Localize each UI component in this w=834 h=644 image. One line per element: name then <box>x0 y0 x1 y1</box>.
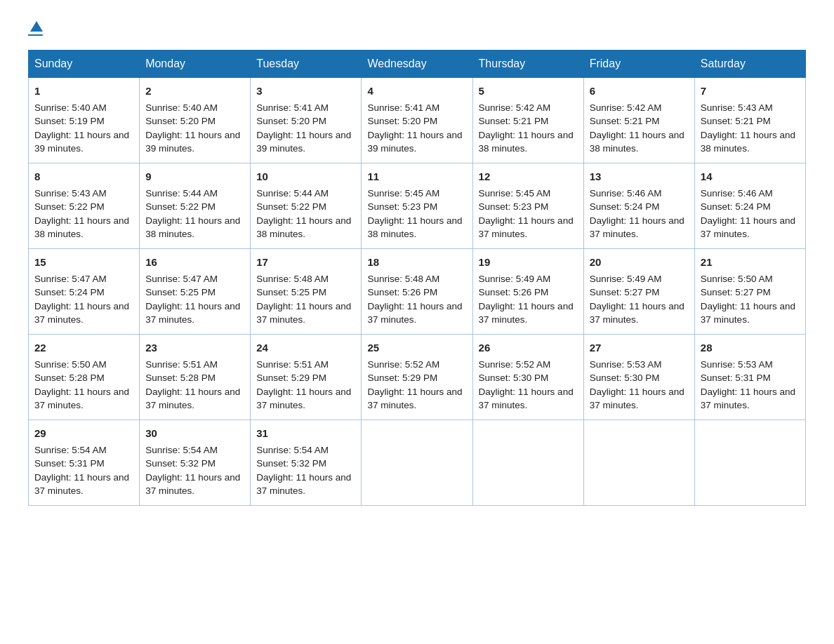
day-number: 21 <box>701 255 800 270</box>
sunrise-label: Sunrise: 5:54 AM <box>256 445 329 455</box>
sunset-label: Sunset: 5:30 PM <box>479 373 549 383</box>
sunset-label: Sunset: 5:30 PM <box>590 373 660 383</box>
daylight-label: Daylight: 11 hours and 38 minutes. <box>367 215 462 240</box>
daylight-label: Daylight: 11 hours and 37 minutes. <box>701 301 795 326</box>
day-number: 19 <box>479 255 578 270</box>
sunset-label: Sunset: 5:21 PM <box>590 116 660 126</box>
day-header-tuesday: Tuesday <box>251 51 362 78</box>
calendar-cell: 21Sunrise: 5:50 AMSunset: 5:27 PMDayligh… <box>694 249 805 335</box>
day-number: 22 <box>34 340 133 356</box>
sunrise-label: Sunrise: 5:52 AM <box>367 359 439 370</box>
daylight-label: Daylight: 11 hours and 37 minutes. <box>34 472 129 497</box>
day-number: 26 <box>479 340 578 356</box>
daylight-label: Daylight: 11 hours and 39 minutes. <box>256 130 351 154</box>
calendar-cell: 10Sunrise: 5:44 AMSunset: 5:22 PMDayligh… <box>251 163 362 249</box>
sunset-label: Sunset: 5:23 PM <box>479 201 549 212</box>
daylight-label: Daylight: 11 hours and 38 minutes. <box>590 130 684 154</box>
sunrise-label: Sunrise: 5:54 AM <box>34 445 107 455</box>
sunrise-label: Sunrise: 5:44 AM <box>145 188 218 199</box>
calendar-cell: 16Sunrise: 5:47 AMSunset: 5:25 PMDayligh… <box>140 249 251 335</box>
sunrise-label: Sunrise: 5:50 AM <box>34 359 107 370</box>
week-row-5: 29Sunrise: 5:54 AMSunset: 5:31 PMDayligh… <box>29 420 806 506</box>
day-number: 12 <box>479 169 578 185</box>
daylight-label: Daylight: 11 hours and 37 minutes. <box>145 301 240 326</box>
day-number: 18 <box>367 255 466 270</box>
week-row-4: 22Sunrise: 5:50 AMSunset: 5:28 PMDayligh… <box>29 335 806 420</box>
day-number: 29 <box>34 426 133 441</box>
sunrise-label: Sunrise: 5:40 AM <box>145 102 218 113</box>
sunrise-label: Sunrise: 5:53 AM <box>590 359 662 370</box>
calendar-cell: 19Sunrise: 5:49 AMSunset: 5:26 PMDayligh… <box>472 249 583 335</box>
calendar-cell: 20Sunrise: 5:49 AMSunset: 5:27 PMDayligh… <box>583 249 694 335</box>
sunrise-label: Sunrise: 5:51 AM <box>145 359 218 370</box>
daylight-label: Daylight: 11 hours and 38 minutes. <box>34 215 129 240</box>
sunrise-label: Sunrise: 5:49 AM <box>479 274 551 284</box>
calendar-cell: 9Sunrise: 5:44 AMSunset: 5:22 PMDaylight… <box>140 163 251 249</box>
sunset-label: Sunset: 5:24 PM <box>701 201 771 212</box>
sunrise-label: Sunrise: 5:45 AM <box>367 188 439 199</box>
calendar-cell: 11Sunrise: 5:45 AMSunset: 5:23 PMDayligh… <box>362 163 472 249</box>
daylight-label: Daylight: 11 hours and 37 minutes. <box>34 301 129 326</box>
daylight-label: Daylight: 11 hours and 38 minutes. <box>701 130 795 154</box>
calendar-cell: 24Sunrise: 5:51 AMSunset: 5:29 PMDayligh… <box>251 335 362 420</box>
day-number: 13 <box>590 169 689 185</box>
sunrise-label: Sunrise: 5:44 AM <box>256 188 329 199</box>
day-number: 5 <box>479 83 578 99</box>
daylight-label: Daylight: 11 hours and 38 minutes. <box>256 215 351 240</box>
sunset-label: Sunset: 5:25 PM <box>145 287 216 297</box>
sunrise-label: Sunrise: 5:49 AM <box>590 274 662 284</box>
day-number: 11 <box>367 169 466 185</box>
sunset-label: Sunset: 5:24 PM <box>34 287 105 297</box>
daylight-label: Daylight: 11 hours and 39 minutes. <box>367 130 462 154</box>
calendar-cell: 13Sunrise: 5:46 AMSunset: 5:24 PMDayligh… <box>583 163 694 249</box>
sunset-label: Sunset: 5:25 PM <box>256 287 326 297</box>
day-header-monday: Monday <box>140 51 251 78</box>
calendar-cell: 17Sunrise: 5:48 AMSunset: 5:25 PMDayligh… <box>251 249 362 335</box>
day-header-sunday: Sunday <box>29 51 140 78</box>
daylight-label: Daylight: 11 hours and 37 minutes. <box>367 301 462 326</box>
sunset-label: Sunset: 5:22 PM <box>145 201 216 212</box>
sunset-label: Sunset: 5:20 PM <box>145 116 216 126</box>
daylight-label: Daylight: 11 hours and 37 minutes. <box>256 387 351 411</box>
sunrise-label: Sunrise: 5:42 AM <box>479 102 551 113</box>
calendar-cell: 22Sunrise: 5:50 AMSunset: 5:28 PMDayligh… <box>29 335 140 420</box>
sunrise-label: Sunrise: 5:40 AM <box>34 102 107 113</box>
day-number: 16 <box>145 255 244 270</box>
sunset-label: Sunset: 5:19 PM <box>34 116 105 126</box>
calendar-cell <box>362 420 472 506</box>
sunset-label: Sunset: 5:22 PM <box>256 201 326 212</box>
calendar-cell: 12Sunrise: 5:45 AMSunset: 5:23 PMDayligh… <box>472 163 583 249</box>
sunset-label: Sunset: 5:28 PM <box>145 373 216 383</box>
calendar-cell: 25Sunrise: 5:52 AMSunset: 5:29 PMDayligh… <box>362 335 472 420</box>
calendar-cell: 29Sunrise: 5:54 AMSunset: 5:31 PMDayligh… <box>29 420 140 506</box>
day-number: 15 <box>34 255 133 270</box>
daylight-label: Daylight: 11 hours and 37 minutes. <box>590 387 684 411</box>
daylight-label: Daylight: 11 hours and 37 minutes. <box>256 472 351 497</box>
day-number: 30 <box>145 426 244 441</box>
calendar-cell: 31Sunrise: 5:54 AMSunset: 5:32 PMDayligh… <box>251 420 362 506</box>
sunset-label: Sunset: 5:31 PM <box>34 458 105 469</box>
day-number: 4 <box>367 83 466 99</box>
calendar-table: SundayMondayTuesdayWednesdayThursdayFrid… <box>28 50 806 506</box>
calendar-cell <box>694 420 805 506</box>
sunrise-label: Sunrise: 5:45 AM <box>479 188 551 199</box>
daylight-label: Daylight: 11 hours and 37 minutes. <box>590 215 684 240</box>
daylight-label: Daylight: 11 hours and 37 minutes. <box>590 301 684 326</box>
daylight-label: Daylight: 11 hours and 37 minutes. <box>367 387 462 411</box>
day-number: 14 <box>701 169 800 185</box>
sunrise-label: Sunrise: 5:50 AM <box>701 274 773 284</box>
day-number: 25 <box>367 340 466 356</box>
calendar-cell: 6Sunrise: 5:42 AMSunset: 5:21 PMDaylight… <box>583 78 694 163</box>
week-row-1: 1Sunrise: 5:40 AMSunset: 5:19 PMDaylight… <box>29 78 806 163</box>
sunrise-label: Sunrise: 5:41 AM <box>367 102 439 113</box>
sunset-label: Sunset: 5:21 PM <box>479 116 549 126</box>
sunrise-label: Sunrise: 5:54 AM <box>145 445 218 455</box>
sunrise-label: Sunrise: 5:52 AM <box>479 359 551 370</box>
daylight-label: Daylight: 11 hours and 37 minutes. <box>145 387 240 411</box>
sunrise-label: Sunrise: 5:43 AM <box>34 188 107 199</box>
calendar-cell: 26Sunrise: 5:52 AMSunset: 5:30 PMDayligh… <box>472 335 583 420</box>
day-number: 23 <box>145 340 244 356</box>
sunrise-label: Sunrise: 5:43 AM <box>701 102 773 113</box>
sunrise-label: Sunrise: 5:51 AM <box>256 359 329 370</box>
sunrise-label: Sunrise: 5:46 AM <box>590 188 662 199</box>
